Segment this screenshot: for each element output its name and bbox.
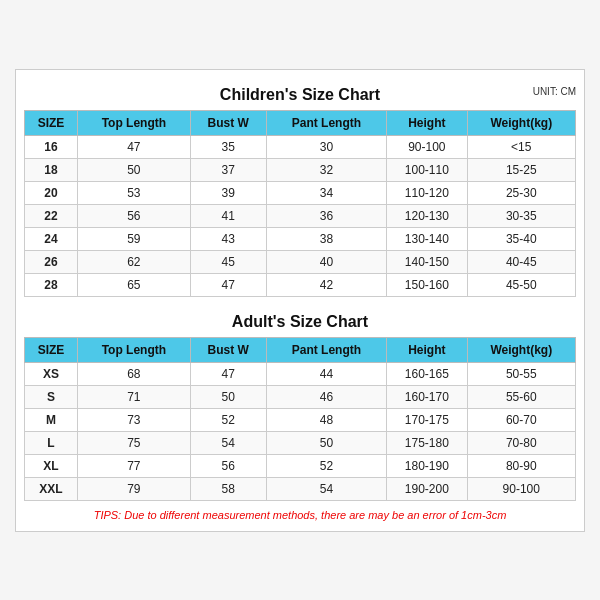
adult-col-weight: Weight(kg) (467, 337, 575, 362)
children-cell: 150-160 (387, 273, 467, 296)
adult-cell: 58 (190, 477, 266, 500)
children-col-height: Height (387, 110, 467, 135)
adult-cell: 46 (266, 385, 386, 408)
adult-cell: 56 (190, 454, 266, 477)
adult-cell: 54 (190, 431, 266, 454)
adult-cell: 160-165 (387, 362, 467, 385)
adult-cell: XS (25, 362, 78, 385)
adult-col-pant-length: Pant Length (266, 337, 386, 362)
adult-cell: M (25, 408, 78, 431)
children-cell: 50 (78, 158, 191, 181)
children-cell: 22 (25, 204, 78, 227)
adult-cell: 90-100 (467, 477, 575, 500)
children-cell: 32 (266, 158, 386, 181)
children-col-size: SIZE (25, 110, 78, 135)
adult-table-row: XXL795854190-20090-100 (25, 477, 576, 500)
children-col-weight: Weight(kg) (467, 110, 575, 135)
adult-cell: 52 (266, 454, 386, 477)
children-cell: 18 (25, 158, 78, 181)
adult-cell: XL (25, 454, 78, 477)
children-cell: 45 (190, 250, 266, 273)
children-cell: 120-130 (387, 204, 467, 227)
children-table-row: 1647353090-100<15 (25, 135, 576, 158)
adult-table-row: S715046160-17055-60 (25, 385, 576, 408)
children-col-top-length: Top Length (78, 110, 191, 135)
adult-cell: 190-200 (387, 477, 467, 500)
children-header-row: SIZE Top Length Bust W Pant Length Heigh… (25, 110, 576, 135)
chart-container: Children's Size Chart UNIT: CM SIZE Top … (15, 69, 585, 532)
adult-cell: 44 (266, 362, 386, 385)
tips-text: TIPS: Due to different measurement metho… (24, 509, 576, 521)
children-cell: 41 (190, 204, 266, 227)
adult-cell: 160-170 (387, 385, 467, 408)
adult-cell: 70-80 (467, 431, 575, 454)
children-cell: 24 (25, 227, 78, 250)
adult-cell: 73 (78, 408, 191, 431)
children-cell: 45-50 (467, 273, 575, 296)
adult-cell: L (25, 431, 78, 454)
children-table: SIZE Top Length Bust W Pant Length Heigh… (24, 110, 576, 297)
children-cell: 26 (25, 250, 78, 273)
unit-label: UNIT: CM (533, 86, 576, 97)
adult-cell: 79 (78, 477, 191, 500)
children-cell: 30 (266, 135, 386, 158)
adult-cell: 54 (266, 477, 386, 500)
children-cell: 15-25 (467, 158, 575, 181)
adult-title-text: Adult's Size Chart (232, 313, 368, 330)
children-cell: 34 (266, 181, 386, 204)
adult-cell: 77 (78, 454, 191, 477)
children-cell: 40-45 (467, 250, 575, 273)
children-cell: 47 (78, 135, 191, 158)
adult-table-row: M735248170-17560-70 (25, 408, 576, 431)
children-cell: 47 (190, 273, 266, 296)
adult-cell: 50 (190, 385, 266, 408)
children-cell: 56 (78, 204, 191, 227)
children-cell: 16 (25, 135, 78, 158)
adult-cell: S (25, 385, 78, 408)
children-cell: 28 (25, 273, 78, 296)
children-col-pant-length: Pant Length (266, 110, 386, 135)
children-cell: 25-30 (467, 181, 575, 204)
children-cell: 35 (190, 135, 266, 158)
children-col-bust-w: Bust W (190, 110, 266, 135)
adult-table: SIZE Top Length Bust W Pant Length Heigh… (24, 337, 576, 501)
adult-cell: 55-60 (467, 385, 575, 408)
adult-table-row: XS684744160-16550-55 (25, 362, 576, 385)
adult-cell: 52 (190, 408, 266, 431)
adult-cell: 75 (78, 431, 191, 454)
children-cell: 38 (266, 227, 386, 250)
adult-header-row: SIZE Top Length Bust W Pant Length Heigh… (25, 337, 576, 362)
children-section-title: Children's Size Chart UNIT: CM (24, 80, 576, 106)
children-cell: 140-150 (387, 250, 467, 273)
adult-cell: 50-55 (467, 362, 575, 385)
children-cell: 90-100 (387, 135, 467, 158)
children-cell: 30-35 (467, 204, 575, 227)
children-cell: 40 (266, 250, 386, 273)
adult-table-row: XL775652180-19080-90 (25, 454, 576, 477)
children-table-row: 22564136120-13030-35 (25, 204, 576, 227)
children-title-text: Children's Size Chart (220, 86, 380, 103)
children-cell: 20 (25, 181, 78, 204)
children-cell: 62 (78, 250, 191, 273)
adult-cell: 71 (78, 385, 191, 408)
adult-col-bust-w: Bust W (190, 337, 266, 362)
adult-cell: 170-175 (387, 408, 467, 431)
adult-cell: 60-70 (467, 408, 575, 431)
children-cell: 53 (78, 181, 191, 204)
children-table-row: 20533934110-12025-30 (25, 181, 576, 204)
children-cell: 36 (266, 204, 386, 227)
children-cell: <15 (467, 135, 575, 158)
children-cell: 59 (78, 227, 191, 250)
adult-cell: 80-90 (467, 454, 575, 477)
adult-col-height: Height (387, 337, 467, 362)
adult-section-title: Adult's Size Chart (24, 307, 576, 333)
children-cell: 110-120 (387, 181, 467, 204)
children-cell: 39 (190, 181, 266, 204)
children-cell: 42 (266, 273, 386, 296)
adult-cell: XXL (25, 477, 78, 500)
children-table-row: 28654742150-16045-50 (25, 273, 576, 296)
children-cell: 65 (78, 273, 191, 296)
children-table-row: 26624540140-15040-45 (25, 250, 576, 273)
children-table-row: 24594338130-14035-40 (25, 227, 576, 250)
children-table-row: 18503732100-11015-25 (25, 158, 576, 181)
